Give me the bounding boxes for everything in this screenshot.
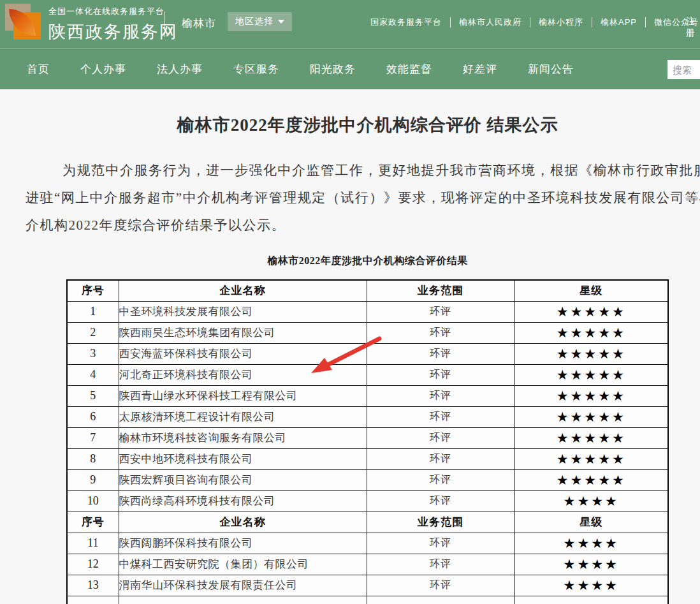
row-number: 1 [67, 301, 119, 322]
row-number: 13 [67, 575, 119, 596]
row-number: 10 [67, 490, 119, 512]
row-number [67, 596, 119, 604]
table-row [67, 596, 668, 604]
nav-item-4[interactable]: 阳光政务 [310, 62, 356, 77]
company-name: 渭南华山环保科技发展有限责任公司 [119, 575, 367, 596]
link-separator [450, 17, 451, 27]
table-row: 13渭南华山环保科技发展有限责任公司环评★★★★ [67, 575, 668, 596]
column-header-1: 企业名称 [119, 512, 367, 533]
region-selector-button[interactable]: 地区选择 [228, 12, 292, 31]
table-header-row: 序号企业名称业务范围星级 [67, 512, 668, 533]
row-number: 4 [67, 364, 119, 385]
company-name: 陕西青山绿水环保科技工程有限公司 [119, 385, 367, 406]
business-scope: 环评 [367, 427, 514, 448]
nav-item-7[interactable]: 新闻公告 [528, 62, 574, 77]
star-rating: ★★★★★ [514, 364, 668, 385]
table-header-row: 序号企业名称业务范围星级 [67, 280, 668, 301]
company-name: 陕西阔鹏环保科技有限公司 [119, 533, 367, 554]
star-rating: ★★★★★ [514, 322, 668, 343]
table-row: 3西安海蓝环保科技有限公司环评★★★★★ [67, 343, 668, 364]
evaluation-results-table: 序号企业名称业务范围星级1中圣环境科技发展有限公司环评★★★★★2陕西雨昊生态环… [66, 279, 669, 604]
search-box [667, 60, 700, 79]
column-header-2: 业务范围 [367, 280, 514, 301]
nav-item-1[interactable]: 个人办事 [80, 62, 126, 77]
company-name [119, 596, 367, 604]
business-scope: 环评 [367, 406, 514, 427]
table-row: 4河北奇正环境科技有限公司环评★★★★★ [67, 364, 668, 385]
company-name: 榆林市环境科技咨询服务有限公司 [119, 427, 367, 448]
row-number: 5 [67, 385, 119, 406]
column-header-2: 业务范围 [367, 512, 514, 533]
page-title: 榆林市2022年度涉批中介机构综合评价 结果公示 [0, 114, 700, 136]
search-input[interactable] [667, 60, 700, 79]
column-header-0: 序号 [67, 280, 119, 301]
star-rating: ★★★★ [514, 554, 668, 575]
company-name: 西安海蓝环保科技有限公司 [119, 343, 367, 364]
table-row: 2陕西雨昊生态环境集团有限公司环评★★★★★ [67, 322, 668, 343]
star-rating: ★★★★★ [514, 385, 668, 406]
star-rating: ★★★★★ [514, 301, 668, 322]
nav-item-0[interactable]: 首页 [27, 62, 50, 77]
paragraph-line-1: 进驻“网上中介服务超市”中介机构考评管理规定（试行）》要求，现将评定的中圣环境科… [26, 184, 700, 212]
business-scope: 环评 [367, 469, 514, 490]
table-row: 9陕西宏辉项目咨询有限公司环评★★★★★ [67, 469, 668, 490]
table-row: 12中煤科工西安研究院（集团）有限公司环评★★★★ [67, 554, 668, 575]
company-name: 太原核清环境工程设计有限公司 [119, 406, 367, 427]
header-links: 国家政务服务平台榆林市人民政府榆林小程序榆林APP微信公众号 [370, 17, 699, 28]
nav-menu: 首页个人办事法人办事专区服务阳光政务效能监督好差评新闻公告 [27, 62, 574, 77]
business-scope: 环评 [367, 301, 514, 322]
row-number: 2 [67, 322, 119, 343]
region-selector-label: 地区选择 [235, 16, 273, 27]
table-caption: 榆林市2022年度涉批中介机构综合评价结果 [0, 254, 700, 268]
header-link-0[interactable]: 国家政务服务平台 [370, 17, 442, 28]
star-rating: ★★★★ [514, 533, 668, 554]
business-scope: 环评 [367, 490, 514, 512]
table-row: 10陕西尚绿高科环境科技有限公司环评★★★★ [67, 490, 668, 512]
company-name: 西安中地环境科技有限公司 [119, 448, 367, 469]
table-row: 5陕西青山绿水环保科技工程有限公司环评★★★★★ [67, 385, 668, 406]
header-link-1[interactable]: 榆林市人民政府 [459, 17, 521, 28]
nav-item-2[interactable]: 法人办事 [157, 62, 203, 77]
business-scope: 环评 [367, 575, 514, 596]
nav-item-5[interactable]: 效能监督 [386, 62, 432, 77]
table-row: 8西安中地环境科技有限公司环评★★★★★ [67, 448, 668, 469]
column-header-0: 序号 [67, 512, 119, 533]
nav-item-6[interactable]: 好差评 [463, 62, 497, 77]
register-link[interactable]: 注册 [686, 16, 700, 39]
row-number: 7 [67, 427, 119, 448]
header-link-3[interactable]: 榆林APP [601, 17, 637, 28]
company-name: 中圣环境科技发展有限公司 [119, 301, 367, 322]
company-name: 中煤科工西安研究院（集团）有限公司 [119, 554, 367, 575]
business-scope: 环评 [367, 343, 514, 364]
star-rating: ★★★★★ [514, 448, 668, 469]
nav-item-3[interactable]: 专区服务 [233, 62, 279, 77]
business-scope [367, 596, 514, 604]
company-name: 河北奇正环境科技有限公司 [119, 364, 367, 385]
paragraph-line-2: 介机构2022年度综合评价结果予以公示。 [26, 212, 700, 239]
chevron-down-icon [278, 20, 284, 24]
row-number: 12 [67, 554, 119, 575]
column-header-1: 企业名称 [119, 280, 367, 301]
header-link-2[interactable]: 榆林小程序 [539, 17, 583, 28]
link-separator [530, 17, 530, 27]
business-scope: 环评 [367, 385, 514, 406]
site-name: 陕西政务服务网 [48, 20, 178, 43]
page: { "header": { "platform_tagline": "全国一体化… [0, 0, 700, 604]
table-row: 7榆林市环境科技咨询服务有限公司环评★★★★★ [67, 427, 668, 448]
row-number: 8 [67, 448, 119, 469]
notice-document: 榆林市2022年度涉批中介机构综合评价 结果公示 为规范中介服务行为，进一步强化… [0, 114, 700, 604]
star-rating: ★★★★ [514, 575, 668, 596]
star-rating: ★★★★★ [514, 427, 668, 448]
current-city-label: 榆林市 [182, 16, 216, 31]
main-nav: 首页个人办事法人办事专区服务阳光政务效能监督好差评新闻公告 [0, 48, 700, 89]
business-scope: 环评 [367, 322, 514, 343]
row-number: 11 [67, 533, 119, 554]
column-header-3: 星级 [514, 512, 668, 533]
business-scope: 环评 [367, 448, 514, 469]
table-row: 11陕西阔鹏环保科技有限公司环评★★★★ [67, 533, 668, 554]
platform-tagline: 全国一体化在线政务服务平台 [48, 6, 178, 17]
link-separator [645, 17, 646, 27]
brand-block: 全国一体化在线政务服务平台 陕西政务服务网 [48, 6, 178, 43]
business-scope: 环评 [367, 554, 514, 575]
company-name: 陕西宏辉项目咨询有限公司 [119, 469, 367, 490]
